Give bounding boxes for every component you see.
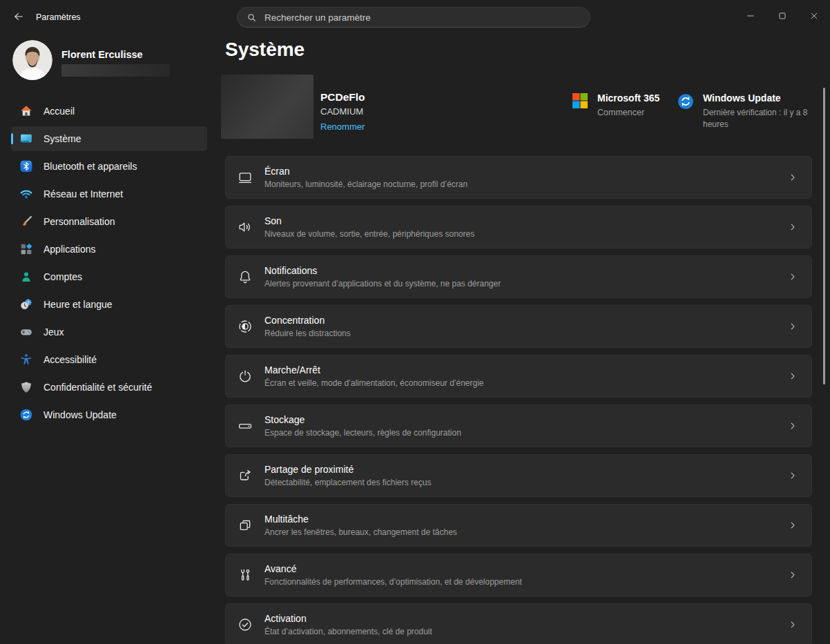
vertical-scrollbar[interactable] [823, 88, 825, 384]
sidebar-item-bluetooth-et-appareils[interactable]: Bluetooth et appareils [11, 154, 207, 179]
microsoft-365-subtitle: Commencer [597, 107, 659, 119]
settings-row-son[interactable]: Son Niveaux de volume, sortie, entrée, p… [225, 206, 812, 248]
chevron-right-icon [788, 520, 798, 530]
settings-row-multitache[interactable]: Multitâche Ancrer les fenêtres, bureaux,… [225, 504, 812, 547]
windows-update-subtitle: Dernière vérification : il y a 8 heures [703, 107, 811, 130]
settings-row-activation[interactable]: Activation État d’activation, abonnement… [225, 603, 812, 644]
settings-row-partage-de-proximite[interactable]: Partage de proximité Détectabilité, empl… [225, 454, 812, 497]
profile-name: Florent Erculisse [61, 49, 170, 60]
sidebar-item-confidentialite-et-securite[interactable]: Confidentialité et sécurité [11, 375, 207, 400]
back-button[interactable] [7, 6, 30, 27]
advanced-icon [237, 567, 253, 583]
personalization-icon [19, 215, 33, 228]
sidebar-item-heure-et-langue[interactable]: Heure et langue [11, 292, 207, 317]
profile-button[interactable]: Florent Erculisse [12, 40, 170, 80]
settings-row-marche-arret[interactable]: Marche/Arrêt Écran et veille, mode d’ali… [225, 355, 812, 398]
sidebar: Florent Erculisse Accueil Système Blueto… [0, 33, 220, 644]
selected-accent-bar [11, 133, 13, 144]
search-icon [247, 12, 257, 23]
windows-update-card[interactable]: Windows Update Dernière vérification : i… [677, 92, 811, 130]
titlebar: Paramètres [0, 0, 830, 33]
system-icon [19, 132, 33, 146]
device-thumbnail [221, 75, 313, 139]
privacy-icon [19, 380, 33, 394]
settings-row-ecran[interactable]: Écran Moniteurs, luminosité, éclairage n… [225, 156, 812, 199]
display-icon [237, 169, 253, 186]
device-info: PCDeFlo CADMIUM Renommer [320, 91, 365, 132]
sidebar-item-accueil[interactable]: Accueil [11, 99, 207, 124]
microsoft-365-title: Microsoft 365 [597, 92, 659, 104]
storage-icon [237, 418, 253, 434]
search-input[interactable] [263, 12, 581, 23]
multitask-icon [237, 517, 253, 534]
main-content: Système PCDeFlo CADMIUM Renommer Microso… [220, 33, 830, 644]
settings-row-stockage[interactable]: Stockage Espace de stockage, lecteurs, r… [225, 404, 812, 447]
sidebar-item-reseau-et-internet[interactable]: Réseau et Internet [11, 182, 207, 206]
page-title: Système [225, 39, 305, 61]
settings-row-avance[interactable]: Avancé Fonctionnalités de performances, … [225, 554, 812, 596]
sidebar-item-jeux[interactable]: Jeux [11, 320, 207, 344]
network-icon [19, 187, 33, 201]
gaming-icon [19, 325, 33, 339]
close-button[interactable] [798, 0, 830, 31]
settings-row-concentration[interactable]: Concentration Réduire les distractions [225, 305, 812, 348]
sound-icon [237, 219, 253, 235]
chevron-right-icon [788, 322, 798, 331]
settings-list: Écran Moniteurs, luminosité, éclairage n… [225, 156, 812, 644]
settings-row-notifications[interactable]: Notifications Alertes provenant d’applic… [225, 255, 812, 298]
windows-update-icon [677, 92, 695, 130]
home-icon [19, 104, 33, 118]
accessibility-icon [19, 353, 33, 367]
chevron-right-icon [788, 471, 798, 480]
sidebar-item-accessibilite[interactable]: Accessibilité [11, 347, 207, 372]
sidebar-nav: Accueil Système Bluetooth et appareils R… [11, 99, 207, 430]
search-box[interactable] [237, 7, 590, 28]
device-workgroup: CADMIUM [320, 106, 365, 117]
notifications-icon [237, 269, 253, 285]
focus-icon [237, 318, 253, 335]
chevron-right-icon [788, 173, 798, 182]
minimize-button[interactable] [735, 0, 766, 31]
sidebar-item-applications[interactable]: Applications [11, 237, 207, 262]
bluetooth-icon [19, 159, 33, 173]
avatar [12, 40, 52, 80]
microsoft-365-card[interactable]: Microsoft 365 Commencer [572, 92, 659, 119]
app-title: Paramètres [36, 12, 81, 22]
sidebar-item-personnalisation[interactable]: Personnalisation [11, 209, 207, 234]
windows-update-title: Windows Update [703, 92, 811, 104]
chevron-right-icon [788, 421, 798, 431]
sidebar-item-systeme[interactable]: Système [11, 126, 207, 151]
activation-icon [237, 616, 253, 633]
chevron-right-icon [788, 620, 798, 630]
chevron-right-icon [788, 570, 798, 580]
back-arrow-icon [13, 11, 24, 22]
device-name: PCDeFlo [320, 91, 365, 104]
chevron-right-icon [788, 272, 798, 282]
windows-update-icon [19, 408, 33, 422]
sidebar-item-windows-update[interactable]: Windows Update [11, 402, 207, 427]
power-icon [237, 368, 253, 384]
window-controls [735, 0, 830, 31]
time-language-icon [19, 297, 33, 311]
rename-link[interactable]: Renommer [320, 121, 365, 132]
chevron-right-icon [788, 222, 798, 232]
nearby-share-icon [237, 467, 253, 484]
sidebar-item-comptes[interactable]: Comptes [11, 264, 207, 289]
apps-icon [19, 242, 33, 256]
chevron-right-icon [788, 371, 798, 381]
microsoft-logo-icon [572, 92, 588, 119]
maximize-button[interactable] [766, 0, 798, 31]
profile-email-redacted [61, 64, 170, 77]
accounts-icon [19, 270, 33, 284]
